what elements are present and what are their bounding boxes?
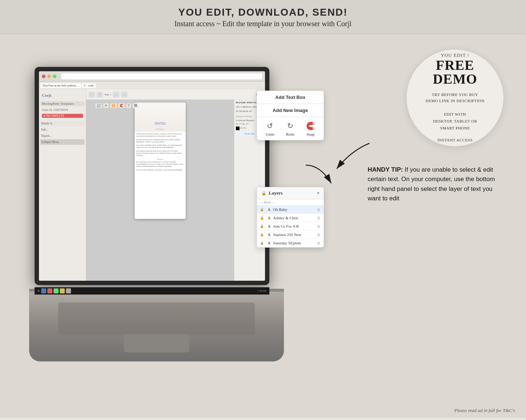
screen-content: Corjl. MockupParty Templates Order Id: 1… xyxy=(39,89,265,281)
sidebar-nav-3[interactable]: Digital... xyxy=(40,133,84,139)
demo-demo-text: DEMO xyxy=(433,72,477,86)
mockup-templates-label: MockupParty Templates xyxy=(40,101,84,106)
canvas-tool-1[interactable]: 🔄 xyxy=(95,103,102,108)
layer-type-a-4: A xyxy=(266,233,272,237)
canvas-tool-3[interactable]: 🔀 xyxy=(110,103,117,108)
layers-header: 🔒 Layers ▾ xyxy=(257,187,324,199)
layer-item-oh-baby[interactable]: 🔒 A Oh Baby 🗑 xyxy=(257,205,324,214)
toolbar-zoom-in[interactable]: + xyxy=(96,92,103,97)
minimize-dot xyxy=(47,75,51,78)
screen-tabs: Tem Feat in the Sele (editor) ... C · cr… xyxy=(39,81,265,89)
layer-trash-icon-2[interactable]: 🗑 xyxy=(317,216,321,220)
sidebar-collapse-menu[interactable]: Collapse Menu xyxy=(40,139,84,145)
toolbar-nav-prev[interactable]: ‹ xyxy=(113,92,119,97)
tab-item-2[interactable]: C · craft xyxy=(82,83,96,88)
canvas-tool-image[interactable]: 🖼 xyxy=(133,103,138,108)
redo-label: Redo xyxy=(286,132,294,136)
menu-dessert-title: dessert xyxy=(136,158,184,160)
menu-decor-top: · · · · xyxy=(155,117,165,120)
free-demo-circle: YOU EDIT ! FREE DEMO TRY BEFORE YOU BUY … xyxy=(406,49,504,147)
layer-type-a-2: A xyxy=(266,216,272,220)
taskbar-clock: 7:29 PM xyxy=(258,289,266,292)
menu-card-header: · · · · menu + entree xyxy=(135,103,186,132)
screen-bezel: Tem Feat in the Sele (editor) ... C · cr… xyxy=(35,67,269,285)
layer-trash-icon-5[interactable]: 🗑 xyxy=(317,241,321,245)
sidebar-nav-1[interactable]: Details S... xyxy=(40,121,84,126)
floating-panel: Add Text Box Add New Image ↺ Undo ↻ Redo… xyxy=(257,91,324,140)
layer-item-supinos[interactable]: 🔒 A Supinos 250 New 🗑 xyxy=(257,231,324,239)
panel-underline[interactable]: U xyxy=(244,127,246,130)
undo-label: Undo xyxy=(266,132,274,136)
menu-section-dessert: DE-CONSTRUCTED LAMINGTON, SALTED CARAMEL… xyxy=(136,161,184,168)
toolbar-nav-next[interactable]: › xyxy=(121,92,127,97)
headline: YOU EDIT, DOWNLOAD, SEND! xyxy=(0,7,526,18)
canvas-tool-text[interactable]: T xyxy=(126,103,131,108)
add-text-box-button[interactable]: Add Text Box xyxy=(257,91,324,104)
redo-icon[interactable]: ↻ xyxy=(285,121,296,131)
layer-trash-icon[interactable]: 🗑 xyxy=(317,208,321,212)
layers-lock-icon: 🔒 xyxy=(261,191,266,196)
taskbar-icon-3 xyxy=(54,288,59,293)
undo-icon[interactable]: ↺ xyxy=(265,121,276,131)
fp-undo-action: ↺ Undo xyxy=(265,121,276,136)
laptop-trackpad xyxy=(124,334,189,352)
toolbar-page-label: Page 1 xyxy=(104,93,111,96)
fp-actions-row: ↺ Undo ↻ Redo 🧲 Snap xyxy=(257,117,324,140)
menu-section-4: PAN FRIED BARRAMUNDI FILLET GRILLED ZUCC… xyxy=(136,150,184,157)
panel-bold[interactable]: B xyxy=(240,127,242,130)
menu-section-pudding: CHOCOLATE PUDDING, CHANTILLY CREAM STRAW… xyxy=(136,169,184,171)
menu-title: menu xyxy=(155,120,166,126)
layers-title: 🔒 Layers xyxy=(261,190,282,196)
layer-name-join: Join Us For A B xyxy=(273,224,316,228)
sidebar-nav-2[interactable]: Edit... xyxy=(40,127,84,132)
layer-type-a: A xyxy=(266,208,272,212)
snap-icon[interactable]: 🧲 xyxy=(305,121,316,131)
panel-color-swatch[interactable] xyxy=(236,127,240,130)
layer-item-join[interactable]: 🔒 A Join Us For A B 🗑 xyxy=(257,222,324,231)
url-bar[interactable] xyxy=(61,73,262,79)
layers-chevron-icon[interactable]: ▾ xyxy=(317,191,319,196)
layer-trash-icon-3[interactable]: 🗑 xyxy=(317,224,321,228)
panel-italic[interactable]: I xyxy=(243,127,244,130)
fp-redo-action: ↻ Redo xyxy=(285,121,296,136)
layers-body-placeholder: — Body — xyxy=(257,199,324,205)
layer-name-oh-baby: Oh Baby xyxy=(273,207,316,212)
demo-try-before-text: TRY BEFORE YOU BUY DEMO LINK IN DESCRIPT… xyxy=(426,92,485,104)
screen-editor: 🔄 ⟳ 🔀 🧲 T 🖼 · · xyxy=(86,100,265,281)
layer-item-saturday[interactable]: 🔒 A Saturday SEptem 🗑 xyxy=(257,239,324,247)
menu-section-1: CRISPY ROASTED DUCK ROLL, SWEET & SOUR C… xyxy=(136,133,184,138)
layer-trash-icon-4[interactable]: 🗑 xyxy=(317,233,321,237)
taskbar-icon-4 xyxy=(60,288,65,293)
layer-lock-icon-5: 🔒 xyxy=(260,241,265,245)
layer-item-ashley[interactable]: 🔒 A Ashley & Chris 🗑 xyxy=(257,214,324,222)
laptop-keyboard xyxy=(58,303,255,335)
menu-subtitle: entree xyxy=(155,128,165,130)
tab-item[interactable]: Tem Feat in the Sele (editor) ... xyxy=(40,83,81,88)
fp-snap-action: 🧲 Snap xyxy=(305,121,316,136)
taskbar-icon-2 xyxy=(47,288,52,293)
handy-tip: HANDY TIP: If you are unable to select &… xyxy=(368,165,506,203)
close-dot xyxy=(42,75,46,78)
arrow-to-layers xyxy=(298,161,342,191)
add-new-image-button[interactable]: Add New Image xyxy=(257,104,324,117)
taskbar: ⊞ 7:29 PM xyxy=(35,287,269,295)
layer-type-a-3: A xyxy=(266,224,272,228)
canvas-tool-snap[interactable]: 🧲 xyxy=(118,103,125,108)
panel-h-label: H: 77 xyxy=(236,123,242,125)
taskbar-icon-1 xyxy=(41,288,46,293)
laptop-visual: Tem Feat in the Sele (editor) ... C · cr… xyxy=(15,56,269,354)
demo-instant-access: INSTANT ACCESS xyxy=(438,137,473,143)
layer-lock-icon-3: 🔒 xyxy=(260,224,265,228)
order-id: Order Id: 1500758194 xyxy=(40,107,84,113)
panel-w-label: W: 77 xyxy=(242,123,249,125)
canvas-tool-2[interactable]: ⟳ xyxy=(103,103,109,108)
maximize-dot xyxy=(53,75,56,78)
layer-name-saturday: Saturday SEptem xyxy=(273,241,316,245)
menu-section-2: SEARED MARINATED CHICKEN BREAST & SOUR C… xyxy=(136,139,184,144)
handy-tip-text: HANDY TIP: If you are unable to select &… xyxy=(368,165,506,203)
layers-title-text: Layers xyxy=(269,190,282,196)
screen-main: − + Page 1 ‹ › Orders xyxy=(86,89,265,281)
menu-card: · · · · menu + entree CRISPY ROASTED DUC… xyxy=(135,103,186,219)
layer-name-supinos: Supinos 250 New xyxy=(273,232,316,237)
toolbar-zoom-out[interactable]: − xyxy=(88,92,95,97)
